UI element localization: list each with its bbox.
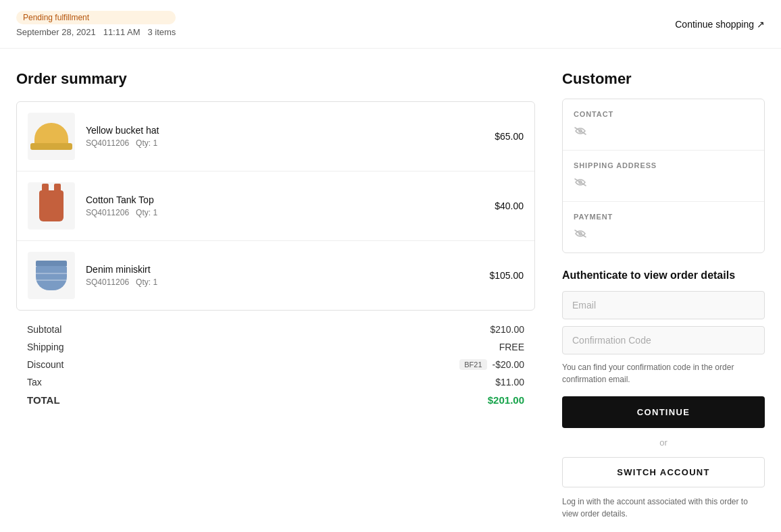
tank-shape-group [39,190,64,221]
skirt-line-1 [36,273,67,274]
skirt-wrapper [28,252,75,299]
subtotal-label: Subtotal [27,324,61,335]
order-item-count: 3 items [147,27,176,37]
continue-shopping-link[interactable]: Continue shopping ↗ [675,19,765,30]
discount-code-badge: BF21 [459,359,486,370]
order-meta: September 28, 2021 11:11 AM 3 items [16,27,176,37]
arrow-icon: ↗ [757,19,765,30]
contact-section: CONTACT [563,99,764,151]
switch-account-button[interactable]: SWITCH ACCOUNT [562,457,765,487]
totals-section: Subtotal $210.00 Shipping FREE Discount … [16,311,535,419]
shipping-value: FREE [499,342,524,352]
item-details-hat: Yellow bucket hat SQ4011206 Qty: 1 [86,125,484,148]
total-label: TOTAL [27,394,60,406]
shipping-address-section: SHIPPING ADDRESS [563,151,764,202]
tax-label: Tax [27,377,42,388]
skirt-body [36,266,67,290]
top-bar-left: Pending fulfillment September 28, 2021 1… [16,11,176,37]
tank-body [39,190,64,221]
eye-slash-icon-2 [574,176,587,190]
auth-hint: You can find your confirmation code in t… [562,361,765,385]
shipping-row: Shipping FREE [27,342,524,352]
email-field[interactable] [562,291,765,319]
hat-shape-group [34,123,68,150]
main-content: Order summary Yellow bucket hat [0,49,781,532]
grand-total-row: TOTAL $201.00 [27,394,524,406]
item-price: $65.00 [495,131,524,142]
discount-value: -$20.00 [493,359,524,370]
shipping-address-label: SHIPPING ADDRESS [574,161,753,169]
table-row: Denim miniskirt SQ4011206 Qty: 1 $105.00 [17,241,534,310]
subtotal-value: $210.00 [490,324,524,335]
top-bar: Pending fulfillment September 28, 2021 1… [0,0,781,49]
item-image-skirt [28,252,75,299]
order-date: September 28, 2021 [16,27,96,37]
customer-title: Customer [562,70,765,88]
switch-hint: Log in with the account associated with … [562,496,765,520]
contact-label: CONTACT [574,110,753,118]
auth-title: Authenticate to view order details [562,269,765,282]
shipping-label: Shipping [27,342,64,352]
item-price: $105.00 [489,270,524,281]
customer-card: CONTACT SHIPPING ADDRESS [562,99,765,253]
discount-label: Discount [27,359,64,370]
order-items-box: Yellow bucket hat SQ4011206 Qty: 1 $65.0… [16,101,535,311]
discount-row: Discount BF21 -$20.00 [27,359,524,370]
tax-value: $11.00 [495,377,524,388]
item-name: Yellow bucket hat [86,125,484,136]
eye-slash-icon [574,125,587,138]
order-time: 11:11 AM [103,27,141,37]
order-summary-title: Order summary [16,70,535,88]
item-name: Cotton Tank Top [86,194,484,205]
item-price: $40.00 [495,201,524,211]
confirmation-code-field[interactable] [562,326,765,354]
item-details-tank: Cotton Tank Top SQ4011206 Qty: 1 [86,194,484,217]
right-column: Customer CONTACT SHIPPING ADDRESS [562,70,765,520]
eye-slash-icon-3 [574,228,587,241]
hat-wrapper [28,113,75,160]
item-image-hat [28,113,75,160]
tax-row: Tax $11.00 [27,377,524,388]
discount-row-right: BF21 -$20.00 [459,359,524,370]
table-row: Cotton Tank Top SQ4011206 Qty: 1 $40.00 [17,171,534,241]
item-name: Denim miniskirt [86,264,478,275]
item-meta: SQ4011206 Qty: 1 [86,277,478,287]
item-meta: SQ4011206 Qty: 1 [86,138,484,148]
item-meta: SQ4011206 Qty: 1 [86,208,484,217]
skirt-line-2 [36,280,67,281]
skirt-waist [36,261,67,266]
subtotal-row: Subtotal $210.00 [27,324,524,335]
hat-brim [30,143,72,150]
continue-shopping-label: Continue shopping [675,19,754,30]
or-divider: or [562,437,765,448]
pending-badge: Pending fulfillment [16,11,176,24]
auth-section: Authenticate to view order details You c… [562,269,765,520]
total-value: $201.00 [488,394,524,406]
tank-wrapper [28,182,75,230]
table-row: Yellow bucket hat SQ4011206 Qty: 1 $65.0… [17,102,534,171]
item-image-tank [28,182,75,230]
item-details-skirt: Denim miniskirt SQ4011206 Qty: 1 [86,264,478,287]
payment-label: PAYMENT [574,213,753,221]
continue-button[interactable]: CONTINUE [562,396,765,428]
payment-section: PAYMENT [563,202,764,252]
left-column: Order summary Yellow bucket hat [16,70,535,520]
